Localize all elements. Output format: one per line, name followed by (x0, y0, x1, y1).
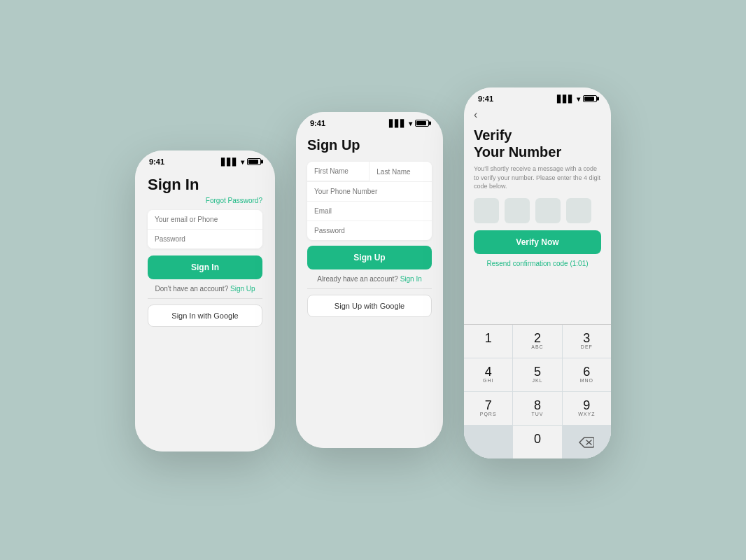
signal-icon: ▋▋▋ (221, 158, 238, 166)
signup-button[interactable]: Sign Up (307, 246, 432, 270)
signin-content: Sign In Forgot Password? Sign In Don't h… (135, 169, 275, 451)
numpad-key-9[interactable]: 9 WXYZ (563, 392, 611, 425)
numpad-key-6[interactable]: 6 MNO (563, 358, 611, 391)
back-button[interactable]: ‹ (474, 108, 601, 121)
otp-box-4[interactable] (566, 198, 591, 223)
signal-icon-2: ▋▋▋ (389, 120, 406, 127)
divider-2 (307, 288, 432, 289)
numpad-key-0[interactable]: 0 (513, 426, 561, 458)
status-bar-verify: 9:41 ▋▋▋ ▾ (464, 88, 611, 106)
google-signup-button[interactable]: Sign Up with Google (307, 295, 432, 317)
signal-icon-3: ▋▋▋ (557, 95, 574, 103)
wifi-icon: ▾ (241, 158, 244, 166)
signin-input-group (148, 210, 262, 248)
email-input[interactable] (148, 210, 262, 230)
password-input[interactable] (148, 230, 262, 248)
signup-screen: 9:41 ▋▋▋ ▾ Sign Up Sign Up Already have (296, 112, 443, 448)
signup-input-group (307, 162, 432, 240)
forgot-password-link[interactable]: Forgot Password? (148, 197, 262, 204)
numpad-key-4[interactable]: 4 GHI (464, 358, 512, 391)
numpad-key-2[interactable]: 2 ABC (513, 325, 561, 358)
status-icons-signin: ▋▋▋ ▾ (221, 158, 261, 166)
numpad-key-8[interactable]: 8 TUV (513, 392, 561, 425)
signin-link[interactable]: Sign In (400, 275, 422, 283)
no-account-text: Don't have an account? Sign Up (148, 285, 262, 293)
status-time-verify: 9:41 (478, 94, 493, 103)
otp-box-3[interactable] (535, 198, 561, 223)
divider (148, 298, 262, 299)
signin-button[interactable]: Sign In (148, 255, 262, 279)
last-name-input[interactable] (370, 162, 432, 181)
otp-box-1[interactable] (474, 198, 499, 223)
phone-signup: 9:41 ▋▋▋ ▾ Sign Up Sign Up Already have (296, 112, 443, 448)
signin-screen: 9:41 ▋▋▋ ▾ Sign In Forgot Password? Sign… (135, 150, 275, 451)
numpad-key-7[interactable]: 7 PQRS (464, 392, 512, 425)
verify-content: ‹ Verify Your Number You'll shortly rece… (464, 106, 611, 324)
numpad: 1 2 ABC 3 DEF 4 GHI 5 JKL 6 MNO (464, 324, 611, 458)
delete-icon (579, 437, 594, 448)
status-icons-verify: ▋▋▋ ▾ (557, 95, 597, 103)
phone-signin: 9:41 ▋▋▋ ▾ Sign In Forgot Password? Sign… (135, 150, 275, 451)
phone-verify: 9:41 ▋▋▋ ▾ ‹ Verify Your Number You'll s… (464, 88, 611, 458)
verify-button[interactable]: Verify Now (474, 230, 601, 254)
otp-box-2[interactable] (505, 198, 530, 223)
signup-content: Sign Up Sign Up Already have an account?… (296, 130, 443, 448)
signup-link[interactable]: Sign Up (230, 285, 255, 293)
otp-input-group (474, 198, 601, 223)
status-icons-signup: ▋▋▋ ▾ (389, 120, 429, 127)
battery-icon (247, 158, 261, 165)
status-bar-signup: 9:41 ▋▋▋ ▾ (296, 112, 443, 130)
password-input-signup[interactable] (307, 221, 432, 240)
first-name-input[interactable] (307, 162, 370, 181)
numpad-key-3[interactable]: 3 DEF (563, 325, 611, 358)
have-account-text: Already have an account? Sign In (307, 275, 432, 283)
verify-screen: 9:41 ▋▋▋ ▾ ‹ Verify Your Number You'll s… (464, 88, 611, 458)
wifi-icon-3: ▾ (577, 95, 580, 103)
verify-description: You'll shortly receive a message with a … (474, 164, 601, 191)
signin-title: Sign In (148, 176, 262, 194)
status-bar-signin: 9:41 ▋▋▋ ▾ (135, 150, 275, 169)
google-signin-button[interactable]: Sign In with Google (148, 304, 262, 327)
name-row (307, 162, 432, 182)
resend-link[interactable]: Resend confirmation code (1:01) (474, 260, 601, 267)
numpad-key-1[interactable]: 1 (464, 325, 512, 358)
numpad-delete-key[interactable] (563, 426, 611, 458)
verify-title: Verify Your Number (474, 127, 601, 160)
numpad-key-5[interactable]: 5 JKL (513, 358, 561, 391)
email-input-signup[interactable] (307, 202, 432, 221)
signup-title: Sign Up (307, 137, 432, 153)
wifi-icon-2: ▾ (409, 120, 412, 127)
phone-input[interactable] (307, 182, 432, 202)
status-time-signin: 9:41 (149, 158, 164, 166)
status-time-signup: 9:41 (310, 119, 325, 127)
battery-icon-2 (415, 120, 429, 127)
battery-icon-3 (583, 95, 597, 102)
numpad-key-empty (464, 426, 512, 458)
